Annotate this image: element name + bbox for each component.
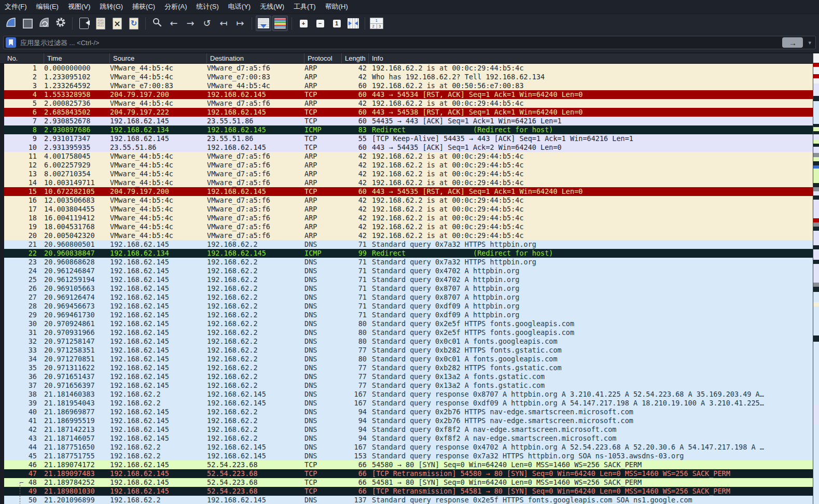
packet-row[interactable]: 2020.005042320VMware_44:b5:4cVMware_d7:a… bbox=[0, 231, 813, 240]
packet-row[interactable]: 2420.961246847192.168.62.145192.168.62.2… bbox=[0, 267, 813, 275]
packet-cell-gut bbox=[0, 161, 4, 170]
menu-item-help[interactable]: 帮助(H) bbox=[321, 0, 353, 13]
packet-row[interactable]: 4721.189097483192.168.62.14552.54.223.68… bbox=[0, 469, 813, 478]
packet-row[interactable]: 82.930897686192.168.62.134192.168.62.145… bbox=[0, 125, 813, 134]
auto-scroll-button[interactable] bbox=[256, 16, 271, 31]
menu-item-go[interactable]: 跳转(G) bbox=[95, 0, 128, 13]
packet-row[interactable]: 62.685843502204.79.197.222192.168.62.145… bbox=[0, 108, 813, 117]
packet-row[interactable]: 21.233095102VMware_44:b5:4cVMware_e7:00:… bbox=[0, 73, 813, 81]
packet-row[interactable]: 4921.189801030192.168.62.14552.54.223.68… bbox=[0, 487, 813, 496]
open-file-button[interactable] bbox=[76, 16, 92, 31]
menu-item-tools[interactable]: 工具(T) bbox=[289, 0, 321, 13]
reload-file-button[interactable]: ↻ bbox=[126, 16, 142, 31]
display-filter-input[interactable] bbox=[19, 38, 779, 47]
toolbar-separator bbox=[145, 17, 146, 30]
packet-row[interactable]: 2620.969105663192.168.62.145192.168.62.2… bbox=[0, 284, 813, 293]
packet-row[interactable]: 3220.971258147192.168.62.145192.168.62.2… bbox=[0, 337, 813, 346]
packet-row[interactable]: 5021.201096899192.168.62.2192.168.62.145… bbox=[0, 496, 813, 504]
packet-row[interactable]: 92.931017347192.168.62.14523.55.51.86TCP… bbox=[0, 134, 813, 143]
packet-cell-gut bbox=[0, 117, 4, 125]
packet-cell-dst: 23.55.51.86 bbox=[207, 134, 304, 143]
layout-button[interactable]: 1 2 3 bbox=[369, 16, 384, 31]
save-file-button[interactable]: 0101 0110 0111 bbox=[93, 16, 108, 31]
menu-item-wireless[interactable]: 无线(W) bbox=[255, 0, 289, 13]
packet-list-pane: No.TimeSourceDestinationProtocolLengthIn… bbox=[0, 53, 819, 504]
column-header-time[interactable]: Time bbox=[44, 53, 110, 63]
column-header-no[interactable]: No. bbox=[4, 53, 44, 63]
packet-row[interactable]: 3921.181954043192.168.62.2192.168.62.145… bbox=[0, 399, 813, 408]
resize-columns-button[interactable] bbox=[345, 16, 361, 31]
start-capture-button[interactable] bbox=[3, 16, 19, 31]
packet-row[interactable]: 41.553328958204.79.197.200192.168.62.145… bbox=[0, 90, 813, 99]
packet-row[interactable]: 10.000000000VMware_44:b5:4cVMware_d7:a5:… bbox=[0, 64, 813, 73]
packet-row[interactable]: 4521.187751755192.168.62.2192.168.62.145… bbox=[0, 452, 813, 460]
restart-capture-button[interactable] bbox=[36, 16, 52, 31]
menu-item-file[interactable]: 文件(F) bbox=[0, 0, 32, 13]
packet-row[interactable]: 2720.969126474192.168.62.145192.168.62.2… bbox=[0, 293, 813, 302]
packet-row[interactable]: 4221.187142213192.168.62.145192.168.62.2… bbox=[0, 425, 813, 434]
packet-row[interactable]: 102.93139593523.55.51.86192.168.62.145TC… bbox=[0, 143, 813, 152]
packet-row[interactable]: 2220.960838847192.168.62.134192.168.62.1… bbox=[0, 249, 813, 258]
column-header-proto[interactable]: Protocol bbox=[304, 53, 342, 63]
packet-row[interactable]: 3821.181460383192.168.62.2192.168.62.145… bbox=[0, 390, 813, 399]
go-back-button[interactable]: ← bbox=[166, 16, 182, 31]
packet-row[interactable]: 4821.189784252192.168.62.14552.54.223.68… bbox=[0, 478, 813, 487]
menu-item-telephony[interactable]: 电话(Y) bbox=[224, 0, 255, 13]
packet-row[interactable]: 126.002257929VMware_44:b5:4cVMware_d7:a5… bbox=[0, 161, 813, 170]
packet-row[interactable]: 3520.971311622192.168.62.145192.168.62.2… bbox=[0, 363, 813, 372]
zoom-in-button[interactable]: + bbox=[296, 16, 311, 31]
column-header-dst[interactable]: Destination bbox=[207, 53, 304, 63]
packet-row[interactable]: 4021.186969877192.168.62.145192.168.62.2… bbox=[0, 408, 813, 416]
packet-row[interactable]: 52.000825736VMware_44:b5:4cVMware_d7:a5:… bbox=[0, 99, 813, 108]
packet-row[interactable]: 3320.971258351192.168.62.145192.168.62.2… bbox=[0, 346, 813, 355]
packet-row[interactable]: 1816.004119412VMware_44:b5:4cVMware_d7:a… bbox=[0, 214, 813, 222]
packet-row[interactable]: 2820.969456673192.168.62.145192.168.62.2… bbox=[0, 302, 813, 311]
packet-row[interactable]: 31.233264592VMware_e7:00:83VMware_44:b5:… bbox=[0, 81, 813, 90]
packet-row[interactable]: 138.002710354VMware_44:b5:4cVMware_d7:a5… bbox=[0, 170, 813, 178]
go-to-packet-button[interactable]: ↺ bbox=[199, 16, 215, 31]
packet-row[interactable]: 3620.971651437192.168.62.145192.168.62.2… bbox=[0, 372, 813, 381]
packet-row[interactable]: 4121.186995519192.168.62.145192.168.62.2… bbox=[0, 416, 813, 425]
packet-row[interactable]: 1510.672282105204.79.197.200192.168.62.1… bbox=[0, 187, 813, 196]
column-header-src[interactable]: Source bbox=[110, 53, 207, 63]
packet-row[interactable]: 4321.187146057192.168.62.145192.168.62.2… bbox=[0, 434, 813, 443]
packet-row[interactable]: 1410.003149711VMware_44:b5:4cVMware_d7:a… bbox=[0, 178, 813, 187]
column-header-len[interactable]: Length bbox=[342, 53, 369, 63]
packet-row[interactable]: 3420.971270851192.168.62.145192.168.62.2… bbox=[0, 355, 813, 363]
menu-item-edit[interactable]: 编辑(E) bbox=[32, 0, 63, 13]
packet-row[interactable]: 3720.971656397192.168.62.145192.168.62.2… bbox=[0, 381, 813, 390]
colorize-packets-button[interactable] bbox=[272, 16, 288, 31]
packet-row[interactable]: 2320.960868628192.168.62.145192.168.62.2… bbox=[0, 258, 813, 267]
go-last-packet-button[interactable]: ↦ bbox=[232, 16, 248, 31]
filter-dropdown-button[interactable]: ▾ bbox=[806, 39, 813, 46]
packet-row[interactable]: 3120.970931966192.168.62.145192.168.62.2… bbox=[0, 328, 813, 337]
packet-row[interactable]: 2920.969461730192.168.62.145192.168.62.2… bbox=[0, 311, 813, 319]
packet-row[interactable]: 1918.004531768VMware_44:b5:4cVMware_d7:a… bbox=[0, 222, 813, 231]
find-packet-button[interactable] bbox=[149, 16, 165, 31]
packet-row[interactable]: 2120.960800501192.168.62.145192.168.62.2… bbox=[0, 240, 813, 249]
menu-item-capture[interactable]: 捕获(C) bbox=[128, 0, 160, 13]
menu-item-view[interactable]: 视图(V) bbox=[63, 0, 95, 13]
go-first-packet-button[interactable]: ↤ bbox=[216, 16, 231, 31]
stop-capture-button[interactable] bbox=[20, 16, 35, 31]
packet-row[interactable]: 4621.189074172192.168.62.14552.54.223.68… bbox=[0, 460, 813, 469]
packet-row[interactable]: 4421.187751650192.168.62.2192.168.62.145… bbox=[0, 443, 813, 452]
filter-bookmark-button[interactable] bbox=[6, 37, 16, 48]
packet-row[interactable]: 1714.003804455VMware_44:b5:4cVMware_d7:a… bbox=[0, 205, 813, 214]
packet-row[interactable]: 72.930852678192.168.62.14523.55.51.86TCP… bbox=[0, 117, 813, 125]
capture-options-button[interactable] bbox=[53, 16, 68, 31]
zoom-original-button[interactable]: 1 bbox=[329, 16, 344, 31]
packet-row[interactable]: 3020.970924861192.168.62.145192.168.62.2… bbox=[0, 319, 813, 328]
menu-item-analyze[interactable]: 分析(A) bbox=[160, 0, 191, 13]
packet-row[interactable]: 114.001758045VMware_44:b5:4cVMware_d7:a5… bbox=[0, 152, 813, 161]
display-filter-box[interactable]: → ▾ bbox=[3, 36, 816, 49]
packet-row[interactable]: 2520.961259194192.168.62.145192.168.62.2… bbox=[0, 275, 813, 284]
packet-row[interactable]: 1612.003506683VMware_44:b5:4cVMware_d7:a… bbox=[0, 196, 813, 205]
column-header-info[interactable]: Info bbox=[369, 53, 813, 63]
menu-item-statistics[interactable]: 统计(S) bbox=[191, 0, 223, 13]
packet-minimap-scrollbar[interactable] bbox=[813, 53, 819, 504]
close-file-button[interactable]: × bbox=[109, 16, 125, 31]
apply-filter-button[interactable]: → bbox=[782, 37, 803, 48]
zoom-out-button[interactable]: − bbox=[312, 16, 328, 31]
go-forward-button[interactable]: → bbox=[183, 16, 198, 31]
